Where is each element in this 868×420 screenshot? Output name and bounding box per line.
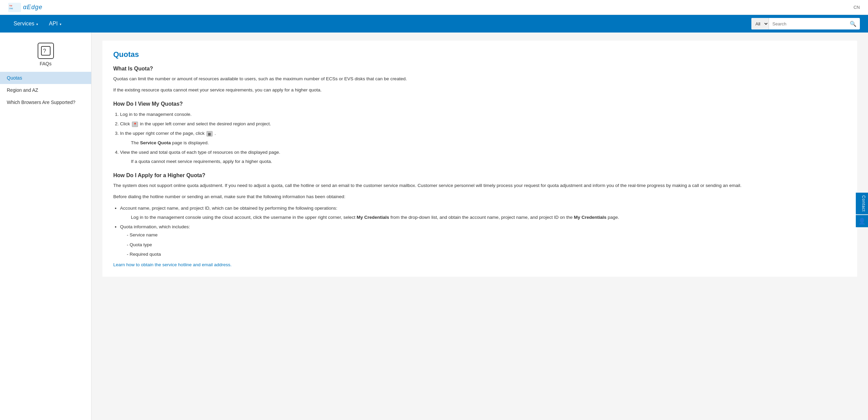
bullet-1-sub: Log in to the management console using t… bbox=[131, 214, 846, 222]
apply-quota-para-1: The system does not support online quota… bbox=[113, 182, 846, 190]
faq-icon: ? bbox=[38, 43, 54, 59]
section-heading-view-quotas: How Do I View My Quotas? bbox=[113, 101, 846, 107]
sidebar: ? FAQs Quotas Region and AZ Which Browse… bbox=[0, 33, 92, 420]
view-quotas-steps: Log in to the management console. Click … bbox=[120, 110, 846, 166]
svg-text:TM: TM bbox=[9, 4, 12, 6]
location-icon: 📍 bbox=[132, 122, 138, 127]
search-input[interactable] bbox=[769, 18, 846, 29]
logo-area: TM ONE αEdge bbox=[8, 3, 42, 12]
what-is-quota-para-1: Quotas can limit the number or amount of… bbox=[113, 75, 846, 83]
bullet-1: Account name, project name, and project … bbox=[120, 204, 846, 222]
step-4: View the used and total quota of each ty… bbox=[120, 148, 846, 166]
step-1: Log in to the management console. bbox=[120, 110, 846, 119]
sidebar-item-quotas[interactable]: Quotas bbox=[0, 72, 91, 84]
svg-text:ONE: ONE bbox=[9, 7, 13, 9]
contact-button[interactable]: Contact bbox=[856, 193, 868, 214]
nav-left: Services ▾ API ▾ bbox=[8, 15, 67, 33]
sidebar-item-browsers[interactable]: Which Browsers Are Supported? bbox=[0, 96, 91, 108]
language-selector[interactable]: CN bbox=[853, 5, 860, 10]
sidebar-faq-section: ? FAQs bbox=[0, 39, 91, 72]
step-3: In the upper right corner of the page, c… bbox=[120, 129, 846, 147]
apply-quota-para-2: Before dialing the hotline number or sen… bbox=[113, 193, 846, 201]
apply-quota-bullets: Account name, project name, and project … bbox=[120, 204, 846, 258]
services-label: Services bbox=[14, 21, 34, 27]
api-chevron-icon: ▾ bbox=[60, 22, 61, 26]
learn-hotline-link[interactable]: Learn how to obtain the service hotline … bbox=[113, 262, 232, 267]
nav-services[interactable]: Services ▾ bbox=[8, 15, 43, 33]
sub-service-name: - Service name bbox=[127, 231, 846, 239]
logo-tm: TM ONE bbox=[8, 3, 21, 12]
sub-quota-type: - Quota type bbox=[127, 241, 846, 249]
search-button[interactable]: 🔍 bbox=[846, 21, 860, 27]
services-chevron-icon: ▾ bbox=[36, 22, 38, 26]
svg-text:?: ? bbox=[43, 48, 46, 54]
learn-link-para: Learn how to obtain the service hotline … bbox=[113, 262, 846, 267]
page-title: Quotas bbox=[113, 50, 846, 59]
quota-info-sub-list: - Service name - Quota type - Required q… bbox=[127, 231, 846, 258]
contact-agent-button[interactable]: 👤 bbox=[856, 215, 868, 227]
api-label: API bbox=[49, 21, 58, 27]
search-box: All 🔍 bbox=[751, 18, 860, 29]
content-area: Quotas What Is Quota? Quotas can limit t… bbox=[92, 33, 868, 420]
top-bar: TM ONE αEdge CN bbox=[0, 0, 868, 15]
bullet-2: Quota information, which includes: - Ser… bbox=[120, 223, 846, 258]
quota-icon: ▦ bbox=[206, 131, 213, 136]
faq-svg-icon: ? bbox=[41, 46, 51, 56]
contact-widget: Contact 👤 bbox=[856, 193, 868, 227]
content-card: Quotas What Is Quota? Quotas can limit t… bbox=[102, 41, 857, 277]
logo-edge-text: αEdge bbox=[23, 4, 42, 11]
sub-required-quota: - Required quota bbox=[127, 250, 846, 258]
nav-api[interactable]: API ▾ bbox=[43, 15, 67, 33]
section-heading-what-is-quota: What Is Quota? bbox=[113, 66, 846, 72]
main-layout: ? FAQs Quotas Region and AZ Which Browse… bbox=[0, 33, 868, 420]
search-category-select[interactable]: All bbox=[751, 18, 769, 29]
nav-bar: Services ▾ API ▾ All 🔍 bbox=[0, 15, 868, 33]
what-is-quota-para-2: If the existing resource quota cannot me… bbox=[113, 86, 846, 94]
sidebar-item-region-az[interactable]: Region and AZ bbox=[0, 84, 91, 96]
sidebar-section-label: FAQs bbox=[40, 61, 52, 66]
step-3-sub: The Service Quota page is displayed. bbox=[131, 139, 846, 147]
step-4-sub: If a quota cannot meet service requireme… bbox=[131, 158, 846, 166]
section-heading-apply-quota: How Do I Apply for a Higher Quota? bbox=[113, 172, 846, 178]
step-2: Click 📍 in the upper left corner and sel… bbox=[120, 120, 846, 128]
